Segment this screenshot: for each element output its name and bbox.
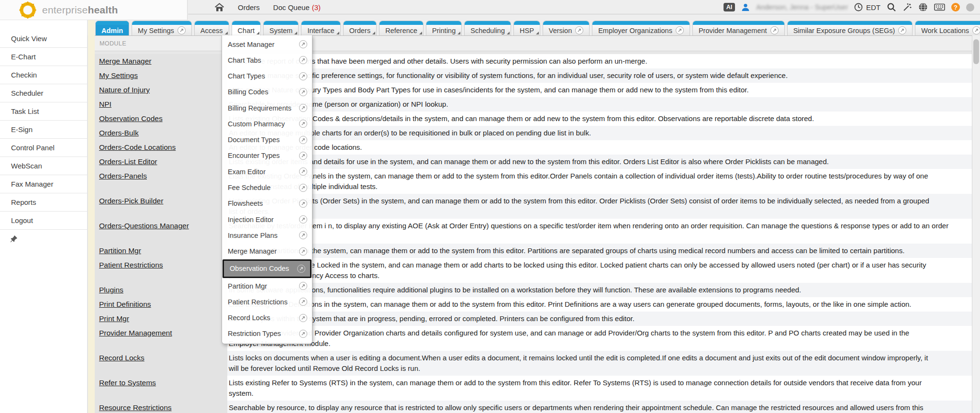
module-link[interactable]: NPI [99, 100, 111, 108]
sidebar-item[interactable]: Fax Manager [0, 175, 87, 193]
menu-item[interactable]: Injection Editor [222, 212, 312, 227]
module-link[interactable]: Refer to Systems [99, 379, 156, 387]
menu-item[interactable]: Custom Pharmacy [222, 116, 312, 132]
tab-label: Scheduling [470, 27, 505, 34]
menu-item[interactable]: Partition Mgr [222, 278, 312, 294]
module-link[interactable]: Partition Mgr [99, 246, 141, 255]
nav-orders-link[interactable]: Orders [238, 3, 260, 11]
tab[interactable]: Chart [232, 21, 261, 35]
scrollbar-thumb[interactable] [973, 39, 979, 64]
menu-item[interactable]: Patient Restrictions [222, 294, 312, 310]
nav-doc-queue-link[interactable]: Doc Queue(3) [273, 3, 321, 11]
module-description-line: Lists print jobs within the system that … [229, 313, 972, 324]
tab[interactable]: Scheduling [464, 21, 511, 35]
module-link[interactable]: Print Mgr [99, 314, 129, 323]
module-link[interactable]: Orders-Code Locations [99, 143, 176, 151]
home-icon[interactable] [214, 3, 224, 12]
module-link[interactable]: Nature of Injury [99, 86, 150, 94]
module-description-cell: An editor to manage order code locations… [227, 140, 972, 155]
menu-item[interactable]: Exam Editor [222, 164, 312, 179]
sidebar-item[interactable]: Task List [0, 102, 87, 121]
module-link[interactable]: Patient Restrictions [99, 261, 163, 269]
menu-item[interactable]: Document Types [222, 132, 312, 148]
ai-badge[interactable]: AI [724, 3, 735, 12]
menu-item[interactable]: Fee Schedule [222, 179, 312, 195]
tab[interactable]: Reference [379, 21, 423, 35]
tab[interactable]: My Settings [132, 21, 192, 35]
module-link[interactable]: My Settings [99, 71, 138, 79]
module-link[interactable]: Orders-Pick Builder [99, 197, 163, 205]
module-link[interactable]: Orders-Questions Manager [99, 222, 189, 230]
tab-menu-corner-icon [372, 32, 375, 34]
module-link[interactable]: Print Definitions [99, 300, 151, 308]
module-link[interactable]: Orders-Bulk [99, 129, 139, 137]
menu-item[interactable]: Chart Types [222, 68, 312, 84]
module-description-line: Lists existing Nature of Injury Types an… [229, 85, 972, 95]
tab-menu-corner-icon [419, 32, 422, 34]
module-description-cell: Lists existing Observation Codes & descr… [227, 112, 972, 126]
sidebar-item[interactable]: Logout [0, 212, 87, 230]
tab[interactable]: Printing [426, 21, 462, 35]
module-link[interactable]: Orders-Panels [99, 172, 147, 180]
tab[interactable]: Provider Management [692, 21, 785, 35]
module-link[interactable]: Resource Restrictions [99, 403, 172, 412]
module-description-line: Searchable by resource, to display any r… [229, 402, 972, 413]
external-link-icon [299, 247, 307, 256]
tab[interactable]: Similar Exposure Groups (SEGs) [787, 21, 913, 35]
sidebar-pin-row [0, 230, 87, 248]
globe-icon[interactable] [918, 2, 928, 12]
tab[interactable]: Interface [301, 21, 340, 35]
tab[interactable]: Employer Organizations [592, 21, 690, 35]
search-icon[interactable] [887, 2, 896, 12]
module-link[interactable]: Observation Codes [99, 114, 163, 123]
menu-item[interactable]: Asset Manager [222, 36, 312, 52]
help-icon[interactable]: ? [951, 3, 960, 11]
sidebar-item[interactable]: Checkin [0, 66, 87, 84]
tab[interactable]: Admin [95, 21, 129, 35]
external-link-icon [299, 167, 307, 176]
sidebar-item[interactable]: Control Panel [0, 139, 87, 157]
external-link-icon [972, 26, 980, 34]
vertical-scrollbar[interactable] [972, 35, 980, 413]
tab[interactable]: System [263, 21, 299, 35]
tab-label: Orders [349, 27, 370, 34]
sidebar-item[interactable]: WebScan [0, 157, 87, 175]
menu-item[interactable]: Chart Tabs [222, 52, 312, 68]
menu-item[interactable]: Restriction Types [222, 326, 312, 342]
sidebar-item[interactable]: E-Chart [0, 48, 87, 66]
tab[interactable]: Work Locations [915, 21, 980, 35]
tab[interactable]: Access [194, 21, 229, 35]
external-link-icon [299, 282, 307, 290]
tab-menu-corner-icon [294, 32, 297, 34]
sidebar-item[interactable]: Reports [0, 193, 87, 212]
module-link[interactable]: Merge Manager [99, 57, 151, 65]
menu-item[interactable]: Observation Codes [223, 259, 312, 278]
module-link[interactable]: Record Locks [99, 354, 145, 362]
module-description-cell: Lists existing Refer to Systems (RTS) in… [227, 376, 972, 401]
module-name-cell: Record Locks [95, 351, 227, 376]
tab[interactable]: HSP [513, 21, 540, 35]
module-name-cell: Partition Mgr [95, 244, 227, 258]
module-link[interactable]: Provider Management [99, 329, 172, 337]
pin-icon[interactable] [10, 235, 18, 243]
menu-item[interactable]: Merge Manager [222, 243, 312, 259]
menu-item[interactable]: Billing Codes [222, 84, 312, 100]
user-name[interactable]: Anderson, Jenna - SuperUser [756, 3, 848, 11]
menu-item[interactable]: Record Locks [222, 310, 312, 326]
menu-item[interactable]: Insurance Plans [222, 227, 312, 243]
sidebar-item[interactable]: Quick View [0, 30, 87, 48]
module-link[interactable]: Plugins [99, 286, 123, 294]
module-link[interactable]: Orders-List Editor [99, 157, 157, 166]
sidebar-item[interactable]: E-Sign [0, 121, 87, 139]
menu-item-label: Partition Mgr [228, 282, 295, 290]
tab[interactable]: Orders [343, 21, 377, 35]
keyboard-icon[interactable] [934, 3, 945, 11]
sidebar-item[interactable]: Scheduler [0, 84, 87, 102]
profile-dot-icon[interactable] [966, 3, 974, 11]
module-description-line: Lists existing Partitions in the system,… [229, 246, 972, 256]
menu-item[interactable]: Billing Requirements [222, 100, 312, 116]
menu-item[interactable]: Flowsheets [222, 196, 312, 212]
tab[interactable]: Version [543, 21, 590, 35]
magic-wand-icon[interactable] [902, 2, 912, 12]
menu-item[interactable]: Encounter Types [222, 148, 312, 164]
